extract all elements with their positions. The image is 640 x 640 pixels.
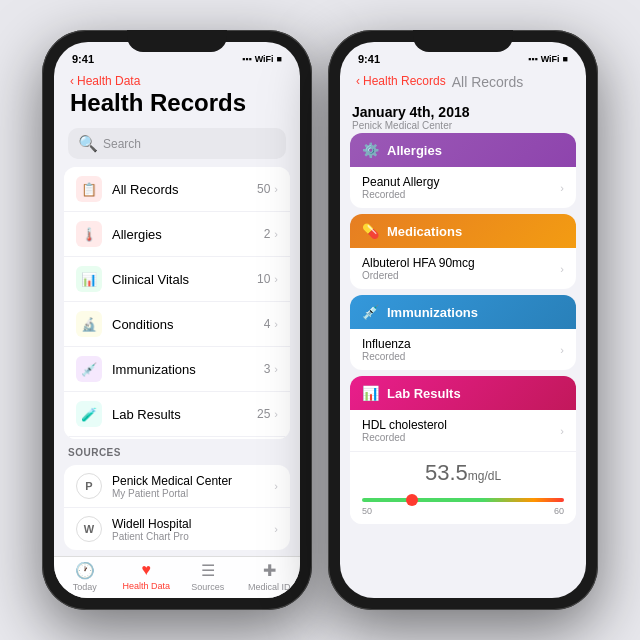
source-penick[interactable]: P Penick Medical Center My Patient Porta…	[64, 465, 290, 508]
lab-unit: mg/dL	[468, 469, 501, 483]
left-phone: 9:41 ▪▪▪ WiFi ■ ‹ Health Data Health Rec…	[42, 30, 312, 610]
right-phone: 9:41 ▪▪▪ WiFi ■ ‹ Health Records All Rec…	[328, 30, 598, 610]
list-count-3: 4	[264, 317, 271, 331]
lab-results-category-icon: 📊	[362, 385, 379, 401]
notch-right	[413, 30, 513, 52]
source-sub-penick: My Patient Portal	[112, 488, 274, 499]
list-label-1: Allergies	[112, 227, 264, 242]
all-records-icon: 📋	[76, 176, 102, 202]
battery-icon-right: ■	[563, 54, 568, 64]
right-screen: 9:41 ▪▪▪ WiFi ■ ‹ Health Records All Rec…	[340, 42, 586, 598]
list-count-4: 3	[264, 362, 271, 376]
allergies-category-label: Allergies	[387, 143, 564, 158]
allergies-category-icon: ⚙️	[362, 142, 379, 158]
immunizations-header: 💉 Immunizations	[350, 295, 576, 329]
allergies-icon: 🌡️	[76, 221, 102, 247]
status-icons-left: ▪▪▪ WiFi ■	[242, 54, 282, 64]
source-sub-widell: Patient Chart Pro	[112, 531, 274, 542]
chevron-peanut: ›	[560, 182, 564, 194]
list-item-lab-results[interactable]: 🧪 Lab Results 25 ›	[64, 392, 290, 437]
chevron-influenza: ›	[560, 344, 564, 356]
chevron-1: ›	[274, 228, 278, 240]
records-list: 📋 All Records 50 › 🌡️ Allergies 2 › 📊 Cl…	[64, 167, 290, 439]
list-label-5: Lab Results	[112, 407, 257, 422]
nav-bar-right: ‹ Health Records All Records	[340, 70, 586, 96]
list-item-conditions[interactable]: 🔬 Conditions 4 ›	[64, 302, 290, 347]
allergies-items: Peanut Allergy Recorded ›	[350, 167, 576, 208]
back-button-right[interactable]: ‹ Health Records	[356, 74, 446, 88]
albuterol-item[interactable]: Albuterol HFA 90mcg Ordered ›	[350, 248, 576, 289]
health-icon: ♥	[142, 561, 152, 579]
allergies-card: ⚙️ Allergies Peanut Allergy Recorded ›	[350, 133, 576, 208]
influenza-status: Recorded	[362, 351, 560, 362]
today-icon: 🕐	[75, 561, 95, 580]
tab-sources-label: Sources	[191, 582, 224, 592]
list-item-allergies[interactable]: 🌡️ Allergies 2 ›	[64, 212, 290, 257]
time-right: 9:41	[358, 53, 380, 65]
signal-icon: ▪▪▪	[242, 54, 252, 64]
source-initial-w: W	[76, 516, 102, 542]
chevron-back-icon: ‹	[70, 74, 74, 88]
tab-medical-id[interactable]: ✚ Medical ID	[239, 561, 301, 592]
all-records-scroll[interactable]: January 4th, 2018 Penick Medical Center …	[340, 96, 586, 598]
list-item-immunizations[interactable]: 💉 Immunizations 3 ›	[64, 347, 290, 392]
sources-section-header: SOURCES	[54, 439, 300, 461]
medications-category-label: Medications	[387, 224, 564, 239]
influenza-item[interactable]: Influenza Recorded ›	[350, 329, 576, 370]
peanut-allergy-name: Peanut Allergy	[362, 175, 560, 189]
list-label-2: Clinical Vitals	[112, 272, 257, 287]
back-label-right: Health Records	[363, 74, 446, 88]
tab-today-label: Today	[73, 582, 97, 592]
left-screen: 9:41 ▪▪▪ WiFi ■ ‹ Health Data Health Rec…	[54, 42, 300, 598]
peanut-allergy-item[interactable]: Peanut Allergy Recorded ›	[350, 167, 576, 208]
source-widell[interactable]: W Widell Hospital Patient Chart Pro ›	[64, 508, 290, 550]
influenza-name: Influenza	[362, 337, 560, 351]
list-item-clinical-vitals[interactable]: 📊 Clinical Vitals 10 ›	[64, 257, 290, 302]
nav-bar-left: ‹ Health Data Health Records	[54, 70, 300, 122]
lab-value: 53.5	[425, 460, 468, 485]
chevron-back-icon-right: ‹	[356, 74, 360, 88]
lab-results-card: 📊 Lab Results HDL cholesterol Recorded ›…	[350, 376, 576, 524]
date-title: January 4th, 2018	[352, 104, 574, 120]
lab-range-high: 60	[554, 506, 564, 516]
current-section-label: All Records	[452, 74, 524, 90]
tab-health-data[interactable]: ♥ Health Data	[116, 561, 178, 592]
tab-sources[interactable]: ☰ Sources	[177, 561, 239, 592]
date-header: January 4th, 2018 Penick Medical Center	[350, 96, 576, 133]
lab-value-container: 53.5mg/dL	[350, 452, 576, 490]
notch	[127, 30, 227, 52]
status-icons-right: ▪▪▪ WiFi ■	[528, 54, 568, 64]
list-label-3: Conditions	[112, 317, 264, 332]
list-item-all-records[interactable]: 📋 All Records 50 ›	[64, 167, 290, 212]
allergies-header: ⚙️ Allergies	[350, 133, 576, 167]
albuterol-name: Albuterol HFA 90mcg	[362, 256, 560, 270]
search-placeholder: Search	[103, 137, 141, 151]
chevron-hdl: ›	[560, 425, 564, 437]
page-title-left: Health Records	[70, 90, 284, 116]
immunizations-card: 💉 Immunizations Influenza Recorded ›	[350, 295, 576, 370]
chevron-penick: ›	[274, 480, 278, 492]
tab-today[interactable]: 🕐 Today	[54, 561, 116, 592]
immunizations-category-label: Immunizations	[387, 305, 564, 320]
chevron-2: ›	[274, 273, 278, 285]
search-bar[interactable]: 🔍 Search	[68, 128, 286, 159]
lab-results-icon: 🧪	[76, 401, 102, 427]
medications-category-icon: 💊	[362, 223, 379, 239]
lab-range-low: 50	[362, 506, 372, 516]
lab-slider-track	[362, 498, 564, 502]
source-name-penick: Penick Medical Center	[112, 474, 274, 488]
chevron-widell: ›	[274, 523, 278, 535]
back-button-left[interactable]: ‹ Health Data	[70, 74, 284, 88]
hdl-item[interactable]: HDL cholesterol Recorded ›	[350, 410, 576, 452]
list-count-2: 10	[257, 272, 270, 286]
sources-list: P Penick Medical Center My Patient Porta…	[64, 465, 290, 550]
tab-bar-left: 🕐 Today ♥ Health Data ☰ Sources ✚ Medica…	[54, 556, 300, 598]
hdl-name: HDL cholesterol	[362, 418, 560, 432]
sources-icon: ☰	[201, 561, 215, 580]
list-label-0: All Records	[112, 182, 257, 197]
list-label-4: Immunizations	[112, 362, 264, 377]
immunizations-items: Influenza Recorded ›	[350, 329, 576, 370]
medications-card: 💊 Medications Albuterol HFA 90mcg Ordere…	[350, 214, 576, 289]
chevron-0: ›	[274, 183, 278, 195]
signal-icon-right: ▪▪▪	[528, 54, 538, 64]
